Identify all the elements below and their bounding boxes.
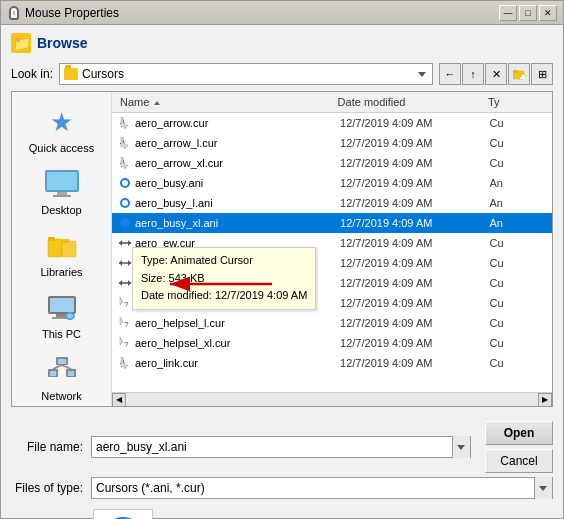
col-header-name[interactable]: Name bbox=[112, 94, 330, 110]
table-row[interactable]: aero_link.cur 12/7/2019 4:09 AM Cu bbox=[112, 353, 552, 373]
this-pc-icon bbox=[44, 290, 80, 326]
cancel-button[interactable]: Cancel bbox=[485, 449, 553, 473]
svg-text:?: ? bbox=[124, 300, 129, 309]
sidebar-item-desktop[interactable]: Desktop bbox=[18, 162, 106, 220]
file-date: 12/7/2019 4:09 AM bbox=[336, 237, 485, 249]
file-date: 12/7/2019 4:09 AM bbox=[336, 337, 485, 349]
up-button[interactable]: ↑ bbox=[462, 63, 484, 85]
folder-icon bbox=[64, 68, 78, 80]
file-type: Cu bbox=[485, 297, 550, 309]
file-icon bbox=[118, 116, 132, 130]
file-name: aero_arrow_l.cur bbox=[135, 137, 218, 149]
filetype-dropdown-arrow bbox=[539, 486, 547, 491]
look-in-select[interactable]: Cursors bbox=[59, 63, 433, 85]
file-type: Cu bbox=[485, 237, 550, 249]
file-name: aero_helpsel_l.cur bbox=[135, 317, 225, 329]
new-folder-button[interactable] bbox=[508, 63, 530, 85]
filetype-input-wrap bbox=[91, 477, 553, 499]
svg-marker-40 bbox=[128, 280, 131, 286]
file-name: aero_busy_l.ani bbox=[135, 197, 213, 209]
sort-arrow bbox=[154, 101, 160, 105]
back-button[interactable]: ← bbox=[439, 63, 461, 85]
sidebar-item-label: Quick access bbox=[29, 142, 94, 154]
svg-marker-43 bbox=[120, 317, 123, 325]
horizontal-scrollbar[interactable]: ◀ ▶ bbox=[112, 392, 552, 406]
sidebar-item-libraries[interactable]: Libraries bbox=[18, 224, 106, 282]
file-type: Cu bbox=[485, 157, 550, 169]
table-row[interactable]: aero_busy_l.ani 12/7/2019 4:09 AM An bbox=[112, 193, 552, 213]
sidebar-item-this-pc[interactable]: This PC bbox=[18, 286, 106, 344]
file-icon: ? bbox=[118, 336, 132, 350]
file-icon: ? bbox=[118, 316, 132, 330]
file-name: aero_helpsel_xl.cur bbox=[135, 337, 230, 349]
file-icon bbox=[118, 236, 132, 250]
svg-marker-48 bbox=[121, 357, 128, 369]
svg-marker-41 bbox=[120, 297, 123, 305]
minimize-button[interactable]: — bbox=[499, 5, 517, 21]
action-buttons: Open Cancel bbox=[485, 421, 553, 473]
file-name-cell: aero_busy.ani bbox=[114, 176, 336, 190]
file-icon bbox=[118, 176, 132, 190]
look-in-dropdown-arrow bbox=[418, 72, 426, 77]
view-button[interactable]: ⊞ bbox=[531, 63, 553, 85]
col-header-type[interactable]: Ty bbox=[480, 94, 552, 110]
file-type: Cu bbox=[485, 117, 550, 129]
file-name: aero_arrow_xl.cur bbox=[135, 157, 223, 169]
scroll-left-btn[interactable]: ◀ bbox=[112, 393, 126, 407]
svg-rect-19 bbox=[58, 359, 66, 364]
table-row[interactable]: ? aero_helpsel_xl.cur 12/7/2019 4:09 AM … bbox=[112, 333, 552, 353]
file-icon: ? bbox=[118, 296, 132, 310]
preview-area: Preview: bbox=[1, 505, 563, 519]
file-type: Cu bbox=[485, 317, 550, 329]
close-button[interactable]: ✕ bbox=[539, 5, 557, 21]
file-name: aero_arrow.cur bbox=[135, 117, 208, 129]
file-type: Cu bbox=[485, 257, 550, 269]
window-icon bbox=[7, 6, 21, 20]
filename-dropdown-btn[interactable] bbox=[452, 436, 470, 458]
file-name-cell: ? aero_helpsel_l.cur bbox=[114, 316, 336, 330]
file-type: Cu bbox=[485, 337, 550, 349]
table-row[interactable]: aero_busy_xl.ani 12/7/2019 4:09 AM An bbox=[112, 213, 552, 233]
file-date: 12/7/2019 4:09 AM bbox=[336, 177, 485, 189]
sidebar-item-quick-access[interactable]: ★ Quick access bbox=[18, 100, 106, 158]
file-name-cell: aero_busy_l.ani bbox=[114, 196, 336, 210]
sidebar: ★ Quick access Desktop bbox=[12, 92, 112, 406]
filename-label: File name: bbox=[11, 440, 83, 454]
table-row[interactable]: aero_arrow_xl.cur 12/7/2019 4:09 AM Cu bbox=[112, 153, 552, 173]
file-date: 12/7/2019 4:09 AM bbox=[336, 137, 485, 149]
svg-rect-10 bbox=[62, 241, 76, 257]
file-icon bbox=[118, 156, 132, 170]
file-icon bbox=[118, 356, 132, 370]
sidebar-item-label: Libraries bbox=[40, 266, 82, 278]
file-name-cell: aero_arrow.cur bbox=[114, 116, 336, 130]
delete-button[interactable]: ✕ bbox=[485, 63, 507, 85]
svg-rect-8 bbox=[48, 239, 62, 257]
filetype-dropdown-btn[interactable] bbox=[534, 477, 552, 499]
file-date: 12/7/2019 4:09 AM bbox=[336, 157, 485, 169]
table-row[interactable]: ? aero_helpsel_l.cur 12/7/2019 4:09 AM C… bbox=[112, 313, 552, 333]
filetype-input[interactable] bbox=[92, 481, 534, 495]
table-row[interactable]: aero_arrow.cur 12/7/2019 4:09 AM Cu bbox=[112, 113, 552, 133]
sidebar-item-network[interactable]: Network bbox=[18, 348, 106, 406]
file-name: aero_busy_xl.ani bbox=[135, 217, 218, 229]
filename-input[interactable] bbox=[92, 440, 452, 454]
file-name-cell: aero_busy_xl.ani bbox=[114, 216, 336, 230]
open-button[interactable]: Open bbox=[485, 421, 553, 445]
dialog-title: Browse bbox=[37, 35, 88, 51]
svg-marker-29 bbox=[121, 137, 128, 149]
file-name: aero_link.cur bbox=[135, 357, 198, 369]
look-in-label: Look in: bbox=[11, 67, 53, 81]
table-row[interactable]: aero_arrow_l.cur 12/7/2019 4:09 AM Cu bbox=[112, 133, 552, 153]
maximize-button[interactable]: □ bbox=[519, 5, 537, 21]
svg-text:?: ? bbox=[124, 320, 129, 329]
svg-rect-5 bbox=[47, 172, 77, 190]
table-row[interactable]: aero_busy.ani 12/7/2019 4:09 AM An bbox=[112, 173, 552, 193]
file-name-cell: aero_link.cur bbox=[114, 356, 336, 370]
scroll-track[interactable] bbox=[126, 393, 538, 407]
scroll-right-btn[interactable]: ▶ bbox=[538, 393, 552, 407]
svg-rect-9 bbox=[48, 237, 55, 241]
tooltip-type-value: Animated Cursor bbox=[170, 254, 253, 266]
file-type: An bbox=[485, 217, 550, 229]
svg-marker-34 bbox=[128, 240, 131, 246]
col-header-date[interactable]: Date modified bbox=[330, 94, 480, 110]
